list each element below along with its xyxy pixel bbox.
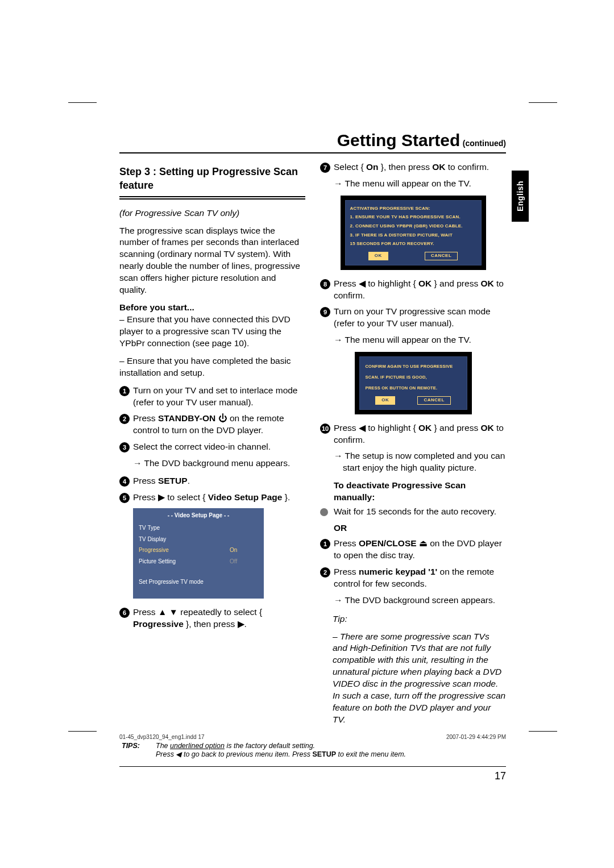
tips-body: The underlined option is the factory def… — [156, 742, 504, 758]
step-number-badge: 2 — [320, 567, 330, 578]
footer-date: 2007-01-29 4:44:29 PM — [446, 734, 506, 740]
osd-activate-dialog: ACTIVATING PROGRESSIVE SCAN: 1. ENSURE Y… — [320, 196, 506, 270]
dialog-line: 2. CONNECT USING YPBPR (GBR) VIDEO CABLE… — [348, 222, 479, 231]
page-number: 17 — [119, 770, 506, 782]
before-start-heading: Before you start... — [119, 302, 305, 314]
osd-item-tv-display: TV Display — [139, 535, 258, 543]
osd-value-on: On — [230, 546, 258, 554]
down-arrow-icon: ▼ — [169, 607, 178, 617]
step-item-6: 6 Press ▲ ▼ repeatedly to select { Progr… — [119, 607, 305, 630]
step-item-7: 7 Select { On }, then press OK to confir… — [320, 161, 506, 173]
step-number-badge: 5 — [119, 493, 130, 503]
step-item-4: 4 Press SETUP. — [119, 475, 305, 487]
step-text: Press STANDBY-ON ⏻ on the remote control… — [133, 413, 305, 437]
power-icon: ⏻ — [218, 413, 227, 423]
result-line: The DVD background menu appears. — [119, 458, 305, 470]
step-text: Turn on your TV progressive scan mode (r… — [334, 306, 506, 330]
step-number-badge: 1 — [320, 539, 330, 549]
crop-mark — [529, 731, 557, 732]
dialog-line: SCAN. IF PICTURE IS GOOD, — [362, 371, 464, 382]
step-subheading: Step 3 : Setting up Progressive Scan fea… — [119, 165, 305, 200]
left-arrow-icon: ◀ — [359, 423, 366, 433]
left-arrow-icon: ◀ — [359, 279, 366, 288]
bullet-icon — [320, 508, 328, 516]
dialog-line: 15 SECONDS FOR AUTO RECOVERY. — [348, 239, 479, 248]
before-start-item: – Ensure that you have connected this DV… — [119, 314, 305, 350]
tips-footer: TIPS: The underlined option is the facto… — [119, 742, 506, 767]
step-number-badge: 8 — [320, 279, 330, 289]
language-tab: English — [512, 171, 529, 222]
result-line: The DVD background screen appears. — [320, 595, 506, 607]
content-columns: Step 3 : Setting up Progressive Scan fea… — [119, 161, 506, 732]
result-line: The menu will appear on the TV. — [320, 334, 506, 346]
right-arrow-icon: ▶ — [238, 619, 244, 629]
step-text: Press ◀ to highlight { OK } and press OK… — [334, 422, 506, 446]
dialog-line: CONFIRM AGAIN TO USE PROGRESSIVE — [362, 360, 464, 371]
dialog-ok-button: OK — [368, 252, 388, 260]
osd-value-off: Off — [230, 558, 258, 566]
dialog-line: PRESS OK BUTTON ON REMOTE. — [362, 382, 464, 393]
right-column: 7 Select { On }, then press OK to confir… — [320, 161, 506, 732]
result-line: The menu will appear on the TV. — [320, 178, 506, 190]
step-number-badge: 7 — [320, 163, 330, 173]
step-text: Press ▶ to select { Video Setup Page }. — [133, 492, 305, 504]
heading-title: Getting Started — [337, 131, 460, 149]
left-arrow-icon: ◀ — [176, 750, 181, 758]
manual-page: English Getting Started (continued) Step… — [0, 0, 614, 868]
step-number-badge: 3 — [119, 442, 130, 452]
dialog-line: 3. IF THERE IS A DISTORTED PICTURE, WAIT — [348, 231, 479, 240]
step-number-badge: 2 — [119, 414, 130, 424]
scan-tv-note: (for Progressive Scan TV only) — [119, 207, 305, 219]
step-item-9: 9 Turn on your TV progressive scan mode … — [320, 306, 506, 330]
step-text: Turn on your TV and set to interlace mod… — [133, 385, 305, 409]
step-text: Press SETUP. — [133, 475, 305, 487]
dialog-line: 1. ENSURE YOUR TV HAS PROGRESSIVE SCAN. — [348, 213, 479, 222]
step-number-badge: 10 — [320, 423, 330, 434]
tip-label: Tip: — [320, 613, 506, 625]
dialog-cancel-button: CANCEL — [417, 396, 450, 405]
step-number-badge: 9 — [320, 307, 330, 317]
dialog-cancel-button: CANCEL — [425, 252, 458, 260]
dialog-line: ACTIVATING PROGRESSIVE SCAN: — [348, 204, 479, 213]
or-label: OR — [334, 522, 506, 534]
step-text: Press ◀ to highlight { OK } and press OK… — [334, 278, 506, 302]
step-number-badge: 6 — [119, 608, 130, 618]
before-start-item: – Ensure that you have completed the bas… — [119, 355, 305, 379]
osd-title: - - Video Setup Page - - — [133, 508, 264, 523]
step-item-2: 2 Press STANDBY-ON ⏻ on the remote contr… — [119, 413, 305, 437]
crop-mark — [529, 102, 557, 103]
deactivate-step-1: 1 Press OPEN/CLOSE ⏏ on the DVD player t… — [320, 538, 506, 562]
deactivate-wait-bullet: Wait for 15 seconds for the auto recover… — [320, 506, 506, 518]
bullet-text: Wait for 15 seconds for the auto recover… — [334, 506, 506, 518]
crop-mark — [68, 102, 97, 103]
step-text: Press ▲ ▼ repeatedly to select { Progres… — [133, 607, 305, 630]
right-arrow-icon: ▶ — [158, 492, 165, 502]
osd-item-progressive: Progressive — [139, 546, 230, 554]
eject-icon: ⏏ — [419, 538, 428, 548]
osd-item-picture-setting: Picture Setting — [139, 558, 230, 566]
step-item-1: 1 Turn on your TV and set to interlace m… — [119, 385, 305, 409]
print-footer: 01-45_dvp3120_94_eng1.indd 17 2007-01-29… — [119, 734, 506, 740]
step-item-10: 10 Press ◀ to highlight { OK } and press… — [320, 422, 506, 446]
step-text: Press OPEN/CLOSE ⏏ on the DVD player to … — [334, 538, 506, 562]
step-item-5: 5 Press ▶ to select { Video Setup Page }… — [119, 492, 305, 504]
tip-body: – There are some progressive scan TVs an… — [320, 631, 506, 726]
step-number-badge: 1 — [119, 386, 130, 396]
step-text: Select { On }, then press OK to confirm. — [334, 161, 506, 173]
deactivate-heading: To deactivate Progressive Scan manually: — [334, 480, 506, 504]
up-arrow-icon: ▲ — [158, 607, 167, 617]
footer-file: 01-45_dvp3120_94_eng1.indd 17 — [119, 734, 205, 740]
osd-confirm-dialog: CONFIRM AGAIN TO USE PROGRESSIVE SCAN. I… — [320, 352, 506, 414]
step-item-8: 8 Press ◀ to highlight { OK } and press … — [320, 278, 506, 302]
osd-footer: Set Progressive TV mode — [133, 567, 264, 588]
step-text: Select the correct video-in channel. — [133, 441, 305, 453]
heading-continued: (continued) — [463, 139, 506, 148]
deactivate-step-2: 2 Press numeric keypad '1' on the remote… — [320, 566, 506, 590]
crop-mark — [68, 731, 97, 732]
dialog-ok-button: OK — [375, 396, 395, 405]
left-column: Step 3 : Setting up Progressive Scan fea… — [119, 161, 305, 732]
result-line: The setup is now completed and you can s… — [320, 450, 506, 474]
page-heading: Getting Started (continued) — [119, 131, 506, 153]
intro-paragraph: The progressive scan displays twice the … — [119, 225, 305, 297]
step-item-3: 3 Select the correct video-in channel. — [119, 441, 305, 453]
